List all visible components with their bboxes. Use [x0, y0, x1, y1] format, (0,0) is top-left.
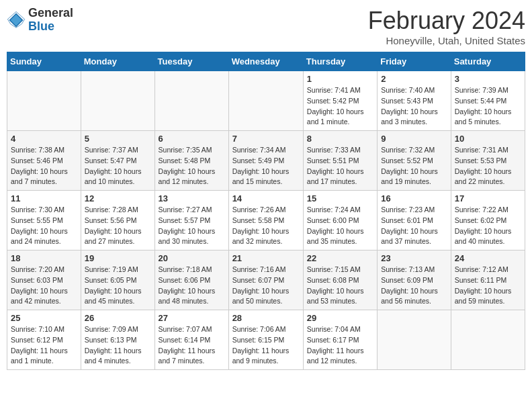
- calendar-day-cell: 18Sunrise: 7:20 AMSunset: 6:03 PMDayligh…: [7, 250, 81, 310]
- day-of-week-header: Wednesday: [228, 52, 303, 71]
- day-info: Sunrise: 7:09 AMSunset: 6:13 PMDaylight:…: [85, 324, 151, 367]
- day-info: Sunrise: 7:41 AMSunset: 5:42 PMDaylight:…: [307, 85, 373, 128]
- title-block: February 2024 Honeyville, Utah, United S…: [368, 7, 525, 46]
- day-number: 14: [232, 193, 300, 203]
- day-info: Sunrise: 7:04 AMSunset: 6:17 PMDaylight:…: [307, 324, 373, 367]
- day-number: 29: [307, 313, 373, 323]
- calendar-day-cell: 28Sunrise: 7:06 AMSunset: 6:15 PMDayligh…: [228, 310, 303, 370]
- calendar-week-row: 18Sunrise: 7:20 AMSunset: 6:03 PMDayligh…: [7, 250, 525, 310]
- day-number: 15: [307, 193, 373, 203]
- day-of-week-header: Thursday: [303, 52, 377, 71]
- day-number: 11: [11, 193, 77, 203]
- day-info: Sunrise: 7:20 AMSunset: 6:03 PMDaylight:…: [11, 265, 77, 307]
- day-info: Sunrise: 7:33 AMSunset: 5:51 PMDaylight:…: [307, 145, 373, 187]
- calendar-title: February 2024: [368, 7, 525, 35]
- day-info: Sunrise: 7:31 AMSunset: 5:53 PMDaylight:…: [455, 145, 521, 187]
- calendar-day-cell: 16Sunrise: 7:23 AMSunset: 6:01 PMDayligh…: [378, 191, 451, 250]
- day-info: Sunrise: 7:39 AMSunset: 5:44 PMDaylight:…: [455, 85, 521, 128]
- day-number: 7: [232, 134, 300, 144]
- day-number: 18: [11, 253, 77, 263]
- calendar-day-cell: [81, 71, 154, 131]
- calendar-day-cell: 10Sunrise: 7:31 AMSunset: 5:53 PMDayligh…: [451, 131, 525, 191]
- calendar-day-cell: 29Sunrise: 7:04 AMSunset: 6:17 PMDayligh…: [303, 310, 377, 370]
- day-info: Sunrise: 7:18 AMSunset: 6:06 PMDaylight:…: [159, 265, 225, 307]
- calendar-day-cell: 22Sunrise: 7:15 AMSunset: 6:08 PMDayligh…: [303, 250, 377, 310]
- calendar-day-cell: 17Sunrise: 7:22 AMSunset: 6:02 PMDayligh…: [451, 191, 525, 250]
- calendar-week-row: 11Sunrise: 7:30 AMSunset: 5:55 PMDayligh…: [7, 191, 525, 250]
- day-number: 28: [232, 313, 300, 323]
- day-number: 9: [381, 134, 447, 144]
- logo-text: General Blue: [28, 7, 73, 34]
- logo: General Blue: [7, 7, 73, 34]
- day-info: Sunrise: 7:30 AMSunset: 5:55 PMDaylight:…: [11, 205, 77, 247]
- day-info: Sunrise: 7:40 AMSunset: 5:43 PMDaylight:…: [381, 85, 447, 128]
- day-info: Sunrise: 7:27 AMSunset: 5:57 PMDaylight:…: [159, 205, 225, 247]
- calendar-day-cell: 11Sunrise: 7:30 AMSunset: 5:55 PMDayligh…: [7, 191, 81, 250]
- calendar-day-cell: 25Sunrise: 7:10 AMSunset: 6:12 PMDayligh…: [7, 310, 81, 370]
- day-info: Sunrise: 7:38 AMSunset: 5:46 PMDaylight:…: [11, 145, 77, 187]
- day-number: 8: [307, 134, 373, 144]
- day-of-week-header: Tuesday: [154, 52, 228, 71]
- day-number: 12: [85, 193, 151, 203]
- calendar-day-cell: 21Sunrise: 7:16 AMSunset: 6:07 PMDayligh…: [228, 250, 303, 310]
- calendar-day-cell: 27Sunrise: 7:07 AMSunset: 6:14 PMDayligh…: [154, 310, 228, 370]
- day-number: 27: [159, 313, 225, 323]
- day-number: 6: [159, 134, 225, 144]
- page-header: General Blue February 2024 Honeyville, U…: [7, 7, 525, 46]
- calendar-subtitle: Honeyville, Utah, United States: [368, 35, 525, 46]
- calendar-day-cell: 6Sunrise: 7:35 AMSunset: 5:48 PMDaylight…: [154, 131, 228, 191]
- calendar-day-cell: 3Sunrise: 7:39 AMSunset: 5:44 PMDaylight…: [451, 71, 525, 131]
- day-info: Sunrise: 7:16 AMSunset: 6:07 PMDaylight:…: [232, 265, 300, 307]
- day-info: Sunrise: 7:07 AMSunset: 6:14 PMDaylight:…: [159, 324, 225, 367]
- calendar-day-cell: 5Sunrise: 7:37 AMSunset: 5:47 PMDaylight…: [81, 131, 154, 191]
- day-info: Sunrise: 7:19 AMSunset: 6:05 PMDaylight:…: [85, 265, 151, 307]
- day-number: 5: [85, 134, 151, 144]
- calendar-table: SundayMondayTuesdayWednesdayThursdayFrid…: [7, 52, 525, 370]
- calendar-day-cell: 4Sunrise: 7:38 AMSunset: 5:46 PMDaylight…: [7, 131, 81, 191]
- day-info: Sunrise: 7:28 AMSunset: 5:56 PMDaylight:…: [85, 205, 151, 247]
- calendar-day-cell: 12Sunrise: 7:28 AMSunset: 5:56 PMDayligh…: [81, 191, 154, 250]
- day-number: 22: [307, 253, 373, 263]
- calendar-day-cell: 7Sunrise: 7:34 AMSunset: 5:49 PMDaylight…: [228, 131, 303, 191]
- calendar-day-cell: [228, 71, 303, 131]
- day-info: Sunrise: 7:15 AMSunset: 6:08 PMDaylight:…: [307, 265, 373, 307]
- day-number: 21: [232, 253, 300, 263]
- calendar-week-row: 1Sunrise: 7:41 AMSunset: 5:42 PMDaylight…: [7, 71, 525, 131]
- calendar-day-cell: [154, 71, 228, 131]
- calendar-day-cell: 23Sunrise: 7:13 AMSunset: 6:09 PMDayligh…: [378, 250, 451, 310]
- day-of-week-header: Saturday: [451, 52, 525, 71]
- calendar-header-row: SundayMondayTuesdayWednesdayThursdayFrid…: [7, 52, 525, 71]
- calendar-day-cell: 13Sunrise: 7:27 AMSunset: 5:57 PMDayligh…: [154, 191, 228, 250]
- day-info: Sunrise: 7:26 AMSunset: 5:58 PMDaylight:…: [232, 205, 300, 247]
- logo-general-text: General: [28, 7, 73, 20]
- calendar-week-row: 4Sunrise: 7:38 AMSunset: 5:46 PMDaylight…: [7, 131, 525, 191]
- day-info: Sunrise: 7:24 AMSunset: 6:00 PMDaylight:…: [307, 205, 373, 247]
- day-info: Sunrise: 7:12 AMSunset: 6:11 PMDaylight:…: [455, 265, 521, 307]
- day-number: 24: [455, 253, 521, 263]
- calendar-day-cell: 24Sunrise: 7:12 AMSunset: 6:11 PMDayligh…: [451, 250, 525, 310]
- day-info: Sunrise: 7:06 AMSunset: 6:15 PMDaylight:…: [232, 324, 300, 367]
- day-info: Sunrise: 7:35 AMSunset: 5:48 PMDaylight:…: [159, 145, 225, 187]
- day-number: 25: [11, 313, 77, 323]
- calendar-day-cell: 9Sunrise: 7:32 AMSunset: 5:52 PMDaylight…: [378, 131, 451, 191]
- day-of-week-header: Monday: [81, 52, 154, 71]
- day-info: Sunrise: 7:34 AMSunset: 5:49 PMDaylight:…: [232, 145, 300, 187]
- calendar-week-row: 25Sunrise: 7:10 AMSunset: 6:12 PMDayligh…: [7, 310, 525, 370]
- day-number: 26: [85, 313, 151, 323]
- calendar-day-cell: 20Sunrise: 7:18 AMSunset: 6:06 PMDayligh…: [154, 250, 228, 310]
- calendar-day-cell: [7, 71, 81, 131]
- calendar-day-cell: 15Sunrise: 7:24 AMSunset: 6:00 PMDayligh…: [303, 191, 377, 250]
- day-number: 23: [381, 253, 447, 263]
- calendar-day-cell: 8Sunrise: 7:33 AMSunset: 5:51 PMDaylight…: [303, 131, 377, 191]
- day-number: 10: [455, 134, 521, 144]
- logo-icon: [7, 11, 26, 30]
- day-number: 3: [455, 74, 521, 84]
- logo-blue-text: Blue: [28, 20, 73, 34]
- day-number: 2: [381, 74, 447, 84]
- day-info: Sunrise: 7:10 AMSunset: 6:12 PMDaylight:…: [11, 324, 77, 367]
- day-number: 17: [455, 193, 521, 203]
- calendar-day-cell: [451, 310, 525, 370]
- day-number: 19: [85, 253, 151, 263]
- calendar-day-cell: [378, 310, 451, 370]
- calendar-day-cell: 26Sunrise: 7:09 AMSunset: 6:13 PMDayligh…: [81, 310, 154, 370]
